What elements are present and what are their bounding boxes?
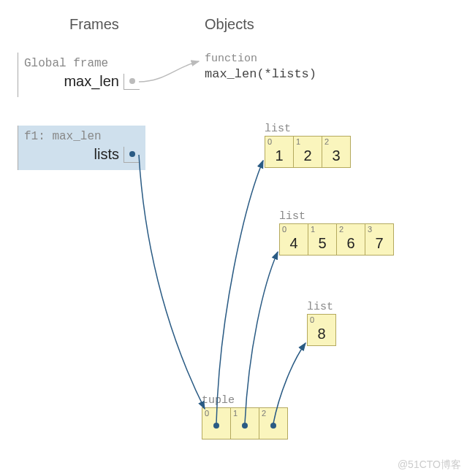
tuple-cell: 2 <box>259 407 288 439</box>
list2-cell: 26 <box>336 223 365 256</box>
list2-label: list <box>279 210 305 223</box>
tuple-cell: 0 <box>202 407 231 439</box>
tuple-label: tuple <box>202 394 235 407</box>
tuple-cell: 1 <box>230 407 259 439</box>
f1-frame-title: f1: max_len <box>24 130 140 143</box>
cell-index: 1 <box>296 137 300 146</box>
cell-value: 2 <box>303 147 311 164</box>
frames-heading: Frames <box>69 16 119 33</box>
list3-cells: 08 <box>307 314 336 346</box>
cell-index: 2 <box>324 137 329 146</box>
list1-cells: 01 12 23 <box>265 136 351 168</box>
tuple-cells: 0 1 2 <box>202 407 288 439</box>
cell-index: 1 <box>233 409 238 418</box>
cell-value: 3 <box>332 147 340 164</box>
list1-cell: 01 <box>265 136 294 168</box>
cell-index: 1 <box>311 225 315 234</box>
list3-label: list <box>307 301 333 313</box>
list2-cell: 37 <box>365 223 394 256</box>
global-frame: Global frame max_len <box>18 53 145 97</box>
global-frame-title: Global frame <box>24 57 140 70</box>
f1-var-row: lists <box>24 146 140 163</box>
list3-cell: 08 <box>307 314 336 346</box>
cell-value: 8 <box>317 326 325 342</box>
cell-index: 3 <box>368 225 372 234</box>
cell-value: 5 <box>318 235 326 252</box>
pointer-dot-icon <box>129 78 135 84</box>
arrow-tuple1-to-list2 <box>245 252 278 423</box>
f1-var-port <box>124 147 140 163</box>
arrow-global-to-function <box>139 61 199 82</box>
cell-value: 1 <box>275 147 283 164</box>
arrow-tuple0-to-list1 <box>216 161 263 423</box>
arrow-lists-to-tuple <box>139 155 205 409</box>
pointer-dot-icon <box>270 423 276 429</box>
cell-index: 2 <box>339 225 343 234</box>
function-label: function <box>205 53 257 65</box>
cell-value: 4 <box>289 235 297 252</box>
f1-var-name: lists <box>94 146 124 163</box>
global-var-port <box>124 74 140 90</box>
list1-cell: 12 <box>293 136 322 168</box>
cell-index: 0 <box>282 225 286 234</box>
list2-cell: 04 <box>279 223 308 256</box>
list2-cell: 15 <box>308 223 337 256</box>
list2-cells: 04 15 26 37 <box>279 223 394 256</box>
pointer-dot-icon <box>213 423 219 429</box>
cell-index: 0 <box>310 315 314 324</box>
cell-value: 7 <box>375 235 383 252</box>
list1-label: list <box>265 123 291 135</box>
f1-frame: f1: max_len lists <box>18 126 145 170</box>
watermark: @51CTO博客 <box>398 458 461 472</box>
function-signature: max_len(*lists) <box>205 67 316 81</box>
cell-index: 2 <box>262 409 266 418</box>
cell-value: 6 <box>346 235 354 252</box>
list1-cell: 23 <box>322 136 351 168</box>
pointer-dot-icon <box>242 423 248 429</box>
pointer-dot-icon <box>129 151 135 157</box>
global-var-name: max_len <box>64 73 124 90</box>
cell-index: 0 <box>267 137 272 146</box>
objects-heading: Objects <box>205 16 254 33</box>
global-var-row: max_len <box>24 73 140 90</box>
cell-index: 0 <box>205 409 209 418</box>
